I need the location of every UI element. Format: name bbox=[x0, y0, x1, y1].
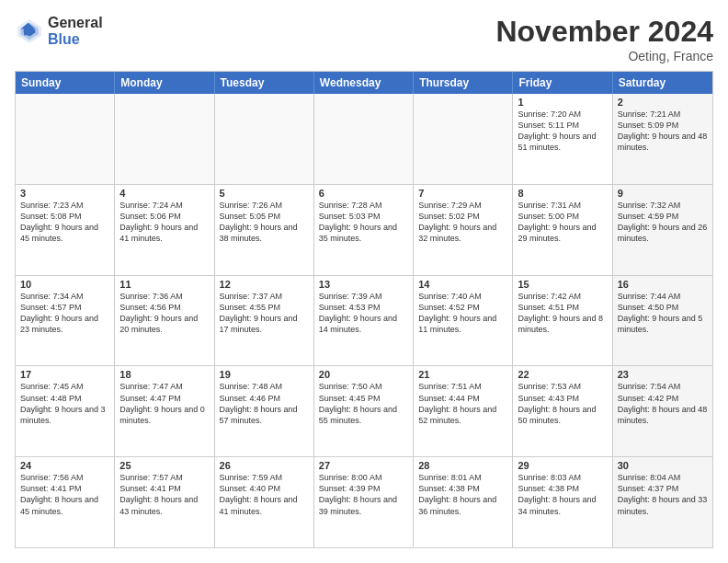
header-day-friday: Friday bbox=[513, 72, 612, 94]
cell-info: Sunrise: 7:36 AM Sunset: 4:56 PM Dayligh… bbox=[119, 291, 209, 336]
logo-icon bbox=[15, 17, 44, 46]
day-number: 21 bbox=[418, 369, 507, 380]
cal-cell-day-28: 28Sunrise: 8:01 AM Sunset: 4:38 PM Dayli… bbox=[414, 457, 513, 547]
cell-info: Sunrise: 7:34 AM Sunset: 4:57 PM Dayligh… bbox=[20, 291, 109, 336]
cal-cell-day-29: 29Sunrise: 8:03 AM Sunset: 4:38 PM Dayli… bbox=[513, 457, 612, 547]
cal-row-3: 17Sunrise: 7:45 AM Sunset: 4:48 PM Dayli… bbox=[16, 366, 712, 457]
day-number: 17 bbox=[20, 369, 109, 380]
cal-cell-day-18: 18Sunrise: 7:47 AM Sunset: 4:47 PM Dayli… bbox=[115, 366, 214, 456]
day-number: 28 bbox=[418, 460, 507, 471]
cal-cell-day-10: 10Sunrise: 7:34 AM Sunset: 4:57 PM Dayli… bbox=[16, 276, 115, 366]
cal-cell-day-22: 22Sunrise: 7:53 AM Sunset: 4:43 PM Dayli… bbox=[513, 366, 612, 456]
cell-info: Sunrise: 7:37 AM Sunset: 4:55 PM Dayligh… bbox=[220, 291, 309, 336]
cell-info: Sunrise: 7:45 AM Sunset: 4:48 PM Dayligh… bbox=[20, 381, 109, 426]
cal-cell-empty bbox=[16, 94, 115, 184]
cal-row-1: 3Sunrise: 7:23 AM Sunset: 5:08 PM Daylig… bbox=[16, 185, 712, 276]
header-day-tuesday: Tuesday bbox=[215, 72, 314, 94]
day-number: 7 bbox=[418, 188, 507, 199]
calendar-header: SundayMondayTuesdayWednesdayThursdayFrid… bbox=[16, 72, 712, 94]
cal-cell-empty bbox=[115, 94, 214, 184]
day-number: 10 bbox=[20, 279, 109, 290]
cell-info: Sunrise: 7:31 AM Sunset: 5:00 PM Dayligh… bbox=[518, 200, 607, 245]
day-number: 11 bbox=[119, 279, 209, 290]
cell-info: Sunrise: 7:20 AM Sunset: 5:11 PM Dayligh… bbox=[518, 109, 607, 154]
cal-cell-day-8: 8Sunrise: 7:31 AM Sunset: 5:00 PM Daylig… bbox=[513, 185, 612, 275]
cal-cell-day-19: 19Sunrise: 7:48 AM Sunset: 4:46 PM Dayli… bbox=[215, 366, 314, 456]
cell-info: Sunrise: 7:28 AM Sunset: 5:03 PM Dayligh… bbox=[319, 200, 408, 245]
cell-info: Sunrise: 7:42 AM Sunset: 4:51 PM Dayligh… bbox=[518, 291, 607, 336]
cal-cell-day-25: 25Sunrise: 7:57 AM Sunset: 4:41 PM Dayli… bbox=[115, 457, 214, 547]
day-number: 12 bbox=[220, 279, 309, 290]
cal-cell-day-12: 12Sunrise: 7:37 AM Sunset: 4:55 PM Dayli… bbox=[215, 276, 314, 366]
day-number: 5 bbox=[220, 188, 309, 199]
day-number: 18 bbox=[119, 369, 209, 380]
header: General Blue November 2024 Oeting, Franc… bbox=[15, 15, 713, 63]
header-day-thursday: Thursday bbox=[414, 72, 513, 94]
day-number: 9 bbox=[618, 188, 708, 199]
cell-info: Sunrise: 7:40 AM Sunset: 4:52 PM Dayligh… bbox=[418, 291, 507, 336]
day-number: 20 bbox=[319, 369, 408, 380]
cell-info: Sunrise: 8:03 AM Sunset: 4:38 PM Dayligh… bbox=[518, 472, 607, 517]
day-number: 23 bbox=[618, 369, 708, 380]
cal-cell-day-13: 13Sunrise: 7:39 AM Sunset: 4:53 PM Dayli… bbox=[314, 276, 414, 366]
day-number: 26 bbox=[220, 460, 309, 471]
cell-info: Sunrise: 7:48 AM Sunset: 4:46 PM Dayligh… bbox=[220, 381, 309, 426]
day-number: 19 bbox=[220, 369, 309, 380]
day-number: 25 bbox=[119, 460, 209, 471]
cal-row-2: 10Sunrise: 7:34 AM Sunset: 4:57 PM Dayli… bbox=[16, 276, 712, 367]
cal-cell-day-23: 23Sunrise: 7:54 AM Sunset: 4:42 PM Dayli… bbox=[613, 366, 712, 456]
cal-cell-day-2: 2Sunrise: 7:21 AM Sunset: 5:09 PM Daylig… bbox=[613, 94, 712, 184]
cell-info: Sunrise: 8:00 AM Sunset: 4:39 PM Dayligh… bbox=[319, 472, 408, 517]
cal-row-0: 1Sunrise: 7:20 AM Sunset: 5:11 PM Daylig… bbox=[16, 94, 712, 185]
cell-info: Sunrise: 7:50 AM Sunset: 4:45 PM Dayligh… bbox=[319, 381, 408, 426]
cal-row-4: 24Sunrise: 7:56 AM Sunset: 4:41 PM Dayli… bbox=[16, 457, 712, 547]
cal-cell-day-9: 9Sunrise: 7:32 AM Sunset: 4:59 PM Daylig… bbox=[613, 185, 712, 275]
cell-info: Sunrise: 8:04 AM Sunset: 4:37 PM Dayligh… bbox=[618, 472, 708, 517]
cal-cell-empty bbox=[215, 94, 314, 184]
cell-info: Sunrise: 7:47 AM Sunset: 4:47 PM Dayligh… bbox=[119, 381, 209, 426]
cal-cell-day-1: 1Sunrise: 7:20 AM Sunset: 5:11 PM Daylig… bbox=[513, 94, 612, 184]
cell-info: Sunrise: 7:44 AM Sunset: 4:50 PM Dayligh… bbox=[618, 291, 708, 336]
page: General Blue November 2024 Oeting, Franc… bbox=[0, 0, 728, 563]
logo: General Blue bbox=[15, 15, 103, 47]
cell-info: Sunrise: 7:51 AM Sunset: 4:44 PM Dayligh… bbox=[418, 381, 507, 426]
cal-cell-day-20: 20Sunrise: 7:50 AM Sunset: 4:45 PM Dayli… bbox=[314, 366, 414, 456]
day-number: 30 bbox=[618, 460, 708, 471]
cell-info: Sunrise: 7:26 AM Sunset: 5:05 PM Dayligh… bbox=[220, 200, 309, 245]
location: Oeting, France bbox=[495, 49, 713, 63]
day-number: 6 bbox=[319, 188, 408, 199]
cell-info: Sunrise: 7:56 AM Sunset: 4:41 PM Dayligh… bbox=[20, 472, 109, 517]
title-area: November 2024 Oeting, France bbox=[495, 15, 713, 63]
cell-info: Sunrise: 7:53 AM Sunset: 4:43 PM Dayligh… bbox=[518, 381, 607, 426]
cell-info: Sunrise: 8:01 AM Sunset: 4:38 PM Dayligh… bbox=[418, 472, 507, 517]
cal-cell-day-4: 4Sunrise: 7:24 AM Sunset: 5:06 PM Daylig… bbox=[115, 185, 214, 275]
cal-cell-day-11: 11Sunrise: 7:36 AM Sunset: 4:56 PM Dayli… bbox=[115, 276, 214, 366]
cal-cell-day-17: 17Sunrise: 7:45 AM Sunset: 4:48 PM Dayli… bbox=[16, 366, 115, 456]
day-number: 13 bbox=[319, 279, 408, 290]
cal-cell-day-30: 30Sunrise: 8:04 AM Sunset: 4:37 PM Dayli… bbox=[613, 457, 712, 547]
header-day-sunday: Sunday bbox=[16, 72, 115, 94]
cal-cell-day-24: 24Sunrise: 7:56 AM Sunset: 4:41 PM Dayli… bbox=[16, 457, 115, 547]
calendar-body: 1Sunrise: 7:20 AM Sunset: 5:11 PM Daylig… bbox=[16, 94, 712, 547]
cal-cell-empty bbox=[414, 94, 513, 184]
cal-cell-day-26: 26Sunrise: 7:59 AM Sunset: 4:40 PM Dayli… bbox=[215, 457, 314, 547]
month-title: November 2024 bbox=[495, 15, 713, 49]
day-number: 8 bbox=[518, 188, 607, 199]
cell-info: Sunrise: 7:59 AM Sunset: 4:40 PM Dayligh… bbox=[220, 472, 309, 517]
cell-info: Sunrise: 7:39 AM Sunset: 4:53 PM Dayligh… bbox=[319, 291, 408, 336]
cell-info: Sunrise: 7:23 AM Sunset: 5:08 PM Dayligh… bbox=[20, 200, 109, 245]
day-number: 27 bbox=[319, 460, 408, 471]
day-number: 2 bbox=[618, 97, 708, 108]
header-day-monday: Monday bbox=[115, 72, 214, 94]
cal-cell-day-6: 6Sunrise: 7:28 AM Sunset: 5:03 PM Daylig… bbox=[314, 185, 414, 275]
cal-cell-day-5: 5Sunrise: 7:26 AM Sunset: 5:05 PM Daylig… bbox=[215, 185, 314, 275]
cell-info: Sunrise: 7:54 AM Sunset: 4:42 PM Dayligh… bbox=[618, 381, 708, 426]
cal-cell-day-21: 21Sunrise: 7:51 AM Sunset: 4:44 PM Dayli… bbox=[414, 366, 513, 456]
day-number: 16 bbox=[618, 279, 708, 290]
day-number: 29 bbox=[518, 460, 607, 471]
cal-cell-day-7: 7Sunrise: 7:29 AM Sunset: 5:02 PM Daylig… bbox=[414, 185, 513, 275]
day-number: 3 bbox=[20, 188, 109, 199]
header-day-saturday: Saturday bbox=[613, 72, 712, 94]
cal-cell-empty bbox=[314, 94, 414, 184]
day-number: 22 bbox=[518, 369, 607, 380]
